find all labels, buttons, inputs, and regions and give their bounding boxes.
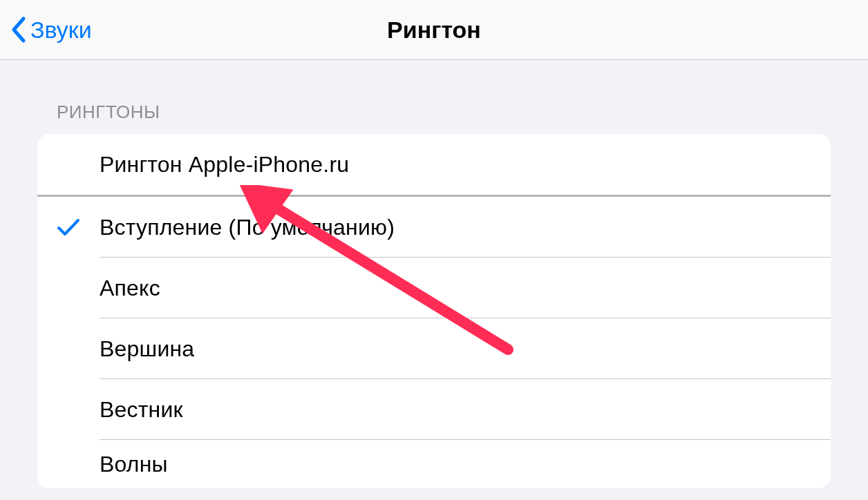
page-title: Рингтон <box>387 17 481 44</box>
ringtone-row[interactable]: Вершина <box>37 318 831 379</box>
ringtone-list: Рингтон Apple-iPhone.ru Вступление (По у… <box>37 134 831 488</box>
ringtone-row[interactable]: Вестник <box>37 379 831 440</box>
ringtone-row[interactable]: Волны <box>37 440 831 488</box>
navigation-bar: Звуки Рингтон <box>0 0 868 60</box>
ringtone-label: Вступление (По умолчанию) <box>100 215 395 240</box>
ringtone-label: Рингтон Apple-iPhone.ru <box>100 152 349 177</box>
check-cell <box>37 218 100 237</box>
chevron-back-icon <box>10 16 26 44</box>
ringtone-row-default[interactable]: Вступление (По умолчанию) <box>37 197 831 258</box>
back-label: Звуки <box>30 17 92 44</box>
content-area: РИНГТОНЫ Рингтон Apple-iPhone.ru Вступле… <box>0 60 868 488</box>
section-header: РИНГТОНЫ <box>37 102 831 134</box>
ringtone-label: Апекс <box>100 276 160 301</box>
ringtone-row-custom[interactable]: Рингтон Apple-iPhone.ru <box>37 134 831 195</box>
ringtone-label: Вершина <box>100 336 194 362</box>
ringtone-row[interactable]: Апекс <box>37 258 831 318</box>
ringtone-label: Вестник <box>100 397 183 423</box>
ringtone-label: Волны <box>100 452 168 477</box>
checkmark-icon <box>57 218 80 237</box>
back-button[interactable]: Звуки <box>0 16 92 44</box>
